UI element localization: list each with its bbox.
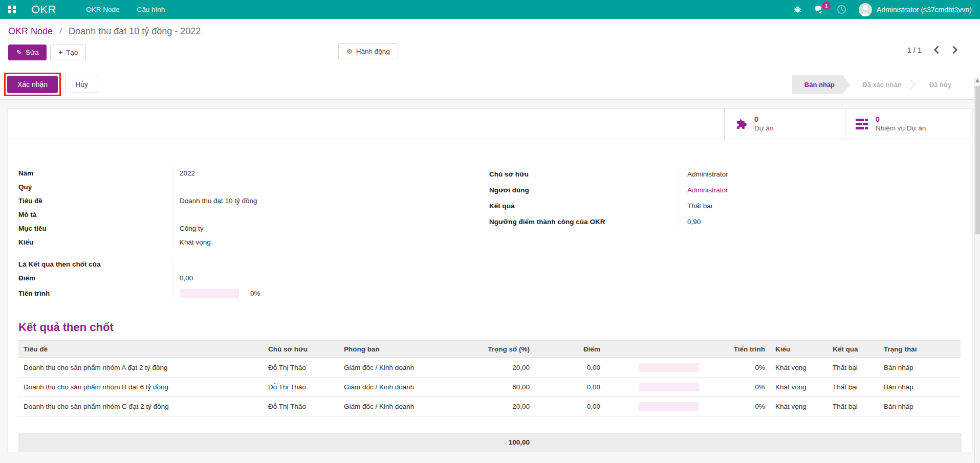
row-progress-bar xyxy=(639,383,699,391)
action-button-label: Hành động xyxy=(356,48,390,55)
scrollbar-thumb[interactable] xyxy=(975,86,980,234)
avatar xyxy=(859,3,872,16)
navbar-right: 1 Administrator (s37cmdbt3vvn) xyxy=(793,3,972,16)
cell-progress: 0% xyxy=(605,397,770,416)
form-statusbar: Xác nhận Hủy Bản nhápĐã xác nhậnĐã hủy xyxy=(0,69,980,100)
field-value: Administrator xyxy=(680,182,962,198)
cell-owner: Đỗ Thị Thảo xyxy=(263,358,339,378)
puzzle-icon xyxy=(735,118,747,130)
cell-result: Thất bại xyxy=(827,378,879,397)
user-menu[interactable]: Administrator (s37cmdbt3vvn) xyxy=(859,3,972,16)
form-fields-right: Chủ sở hữu Administrator Người dùng Admi… xyxy=(489,166,962,301)
key-results-title: Kết quả then chốt xyxy=(18,321,972,334)
nav-menu-item[interactable]: Cấu hình xyxy=(137,6,165,13)
key-result-row[interactable]: Doanh thu cho sản phẩm nhóm A đạt 2 tỷ đ… xyxy=(18,358,961,378)
projects-stat-button[interactable]: 0 Dự án xyxy=(724,108,845,140)
row-progress-text: 0% xyxy=(755,364,765,371)
col-header-title[interactable]: Tiêu đề xyxy=(18,341,263,358)
cell-result: Thất bại xyxy=(827,358,879,378)
field-label: Mục tiêu xyxy=(18,225,172,232)
field-label: Mô tả xyxy=(18,211,172,218)
control-panel-buttons: ✎ Sửa + Tạo ⚙ Hành động 1 / 1 xyxy=(8,43,972,61)
pager-previous-icon[interactable] xyxy=(932,45,941,55)
breadcrumb-current: Doanh thu đạt 10 tỷ đồng - 2022 xyxy=(69,26,201,36)
row-progress-text: 0% xyxy=(755,403,765,410)
row-progress-bar xyxy=(639,363,699,372)
field-label: Kết quả xyxy=(489,202,680,210)
confirm-button[interactable]: Xác nhận xyxy=(7,76,58,93)
field-row: Năm 2022 xyxy=(18,166,489,180)
messages-icon[interactable]: 1 xyxy=(814,5,824,14)
cell-progress: 0% xyxy=(605,378,770,397)
progress-bar xyxy=(180,289,239,298)
col-header-owner[interactable]: Chủ sở hữu xyxy=(263,341,339,358)
col-header-department[interactable]: Phòng ban xyxy=(339,341,459,358)
col-header-type[interactable]: Kiểu xyxy=(770,341,827,358)
cancel-button[interactable]: Hủy xyxy=(65,76,98,93)
cell-result: Thất bại xyxy=(827,397,879,416)
breadcrumb-parent-link[interactable]: OKR Node xyxy=(8,26,53,36)
field-row: Chủ sở hữu Administrator xyxy=(489,166,962,182)
cell-state: Bản nháp xyxy=(879,397,961,416)
cell-owner: Đỗ Thị Thảo xyxy=(263,378,339,397)
field-value: 2022 xyxy=(172,166,489,180)
action-menu-button[interactable]: ⚙ Hành động xyxy=(338,43,398,59)
field-label: Năm xyxy=(18,169,172,177)
activity-clock-icon[interactable] xyxy=(837,5,846,14)
field-row: Là Kết quả then chốt của xyxy=(18,257,489,271)
edit-button[interactable]: ✎ Sửa xyxy=(8,45,47,60)
create-button[interactable]: + Tạo xyxy=(50,45,86,60)
pencil-icon: ✎ xyxy=(16,49,22,56)
field-value: Công ty xyxy=(172,222,489,235)
statusbar-states: Bản nhápĐã xác nhậnĐã hủy xyxy=(792,75,967,94)
key-result-row[interactable]: Doanh thu cho sản phẩm nhóm C đạt 2 tỷ đ… xyxy=(18,397,961,416)
cell-progress: 0% xyxy=(605,358,770,378)
field-label: Người dùng xyxy=(489,186,680,194)
vertical-scrollbar[interactable] xyxy=(974,77,980,463)
status-state-pill[interactable]: Đã hủy xyxy=(917,75,967,94)
project-tasks-label: Nhiệm vụ Dự án xyxy=(876,124,926,133)
field-row: Mục tiêu Công ty xyxy=(18,222,489,235)
nav-menu-item[interactable]: OKR Node xyxy=(86,6,119,13)
cell-title: Doanh thu cho sản phẩm nhóm A đạt 2 tỷ đ… xyxy=(18,358,263,378)
field-label: Là Kết quả then chốt của xyxy=(18,260,172,268)
field-value: 0,90 xyxy=(680,214,962,230)
nav-menus: OKR NodeCấu hình xyxy=(86,6,165,13)
col-header-score[interactable]: Điểm xyxy=(535,341,605,358)
project-tasks-stat-button[interactable]: 0 Nhiệm vụ Dự án xyxy=(845,108,972,140)
col-header-state[interactable]: Trạng thái xyxy=(879,341,961,358)
field-row: Mô tả xyxy=(18,208,489,222)
cell-score: 0,00 xyxy=(535,358,605,378)
col-header-weight[interactable]: Trọng số (%) xyxy=(459,341,535,358)
cell-weight: 20,00 xyxy=(459,397,535,416)
projects-count: 0 xyxy=(754,115,774,124)
form-fields-left: Năm 2022 Quý Tiêu đề Doanh thu đạt 10 tỷ… xyxy=(18,166,489,301)
create-button-label: Tạo xyxy=(66,49,78,56)
highlight-annotation-box: Xác nhận xyxy=(4,73,61,96)
status-state-pill[interactable]: Đã xác nhận xyxy=(850,75,917,94)
projects-label: Dự án xyxy=(754,124,774,133)
cell-department: Giám đốc / Kinh doanh xyxy=(339,397,459,416)
field-label: Quý xyxy=(18,183,172,191)
edit-button-label: Sửa xyxy=(26,49,39,56)
apps-grid-icon[interactable] xyxy=(8,6,16,13)
cell-weight: 60,00 xyxy=(459,378,535,397)
key-result-row[interactable]: Doanh thu cho sản phẩm nhóm B đạt 6 tỷ đ… xyxy=(18,378,961,397)
table-footer: 100,00 xyxy=(18,433,962,452)
cell-title: Doanh thu cho sản phẩm nhóm C đạt 2 tỷ đ… xyxy=(18,397,263,416)
form-sheet: 0 Dự án 0 Nhiệm vụ Dự án Năm xyxy=(8,108,972,452)
status-state-pill[interactable]: Bản nháp xyxy=(792,75,850,94)
bug-icon[interactable] xyxy=(793,5,802,14)
control-panel: OKR Node / Doanh thu đạt 10 tỷ đồng - 20… xyxy=(0,19,980,69)
col-header-progress[interactable]: Tiến trình xyxy=(605,341,770,358)
field-label: Kiểu xyxy=(18,238,172,246)
pager-next-icon[interactable] xyxy=(951,45,960,55)
top-navbar: OKR OKR NodeCấu hình 1 Administrator (s3… xyxy=(0,0,980,19)
col-header-result[interactable]: Kết quả xyxy=(827,341,879,358)
field-row: Người dùng Administrator xyxy=(489,182,962,198)
app-brand[interactable]: OKR xyxy=(31,3,56,16)
breadcrumb: OKR Node / Doanh thu đạt 10 tỷ đồng - 20… xyxy=(8,26,972,37)
cell-weight: 20,00 xyxy=(459,358,535,378)
stat-button-box: 0 Dự án 0 Nhiệm vụ Dự án xyxy=(8,108,972,140)
scrollbar-up-arrow-icon[interactable] xyxy=(975,79,979,82)
